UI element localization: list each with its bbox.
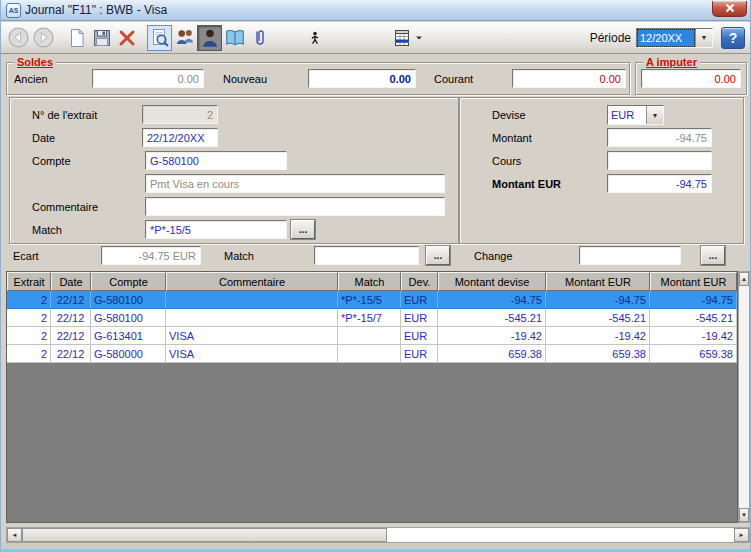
new-button[interactable] bbox=[64, 25, 89, 51]
back-button[interactable] bbox=[6, 25, 31, 51]
users-icon bbox=[174, 27, 196, 49]
column-header[interactable]: Montant EUR bbox=[650, 272, 737, 291]
user-icon bbox=[199, 27, 221, 49]
ecart-label: Ecart bbox=[13, 250, 39, 262]
ancien-field[interactable]: 0.00 bbox=[92, 69, 204, 88]
table-cell: 22/12 bbox=[51, 309, 91, 327]
table-cell: G-580100 bbox=[91, 291, 166, 309]
horizontal-scrollbar[interactable]: ◄ ► bbox=[6, 527, 750, 543]
app-icon-text: AS bbox=[9, 7, 19, 14]
chevron-down-icon[interactable]: ▼ bbox=[695, 29, 712, 47]
table-cell: EUR bbox=[401, 291, 438, 309]
cours-field[interactable] bbox=[607, 151, 712, 170]
scroll-up-icon[interactable]: ▲ bbox=[739, 272, 749, 286]
status-bar bbox=[1, 543, 750, 550]
scrollbar-track[interactable] bbox=[387, 528, 734, 542]
entry-panel-left: N° de l'extrait 2 Date 22/12/20XX Compte… bbox=[9, 97, 459, 244]
table-row[interactable]: 222/12G-613401VISAEUR-19.42-19.42-19.42 bbox=[7, 327, 737, 345]
forward-button[interactable] bbox=[31, 25, 56, 51]
table-row[interactable]: 222/12G-580000VISAEUR659.38659.38659.38 bbox=[7, 345, 737, 363]
table-row[interactable]: 222/12G-580100*P*-15/5EUR-94.75-94.75-94… bbox=[7, 291, 737, 309]
scroll-down-icon[interactable]: ▼ bbox=[739, 508, 749, 522]
delete-button[interactable] bbox=[114, 25, 139, 51]
table-cell: 659.38 bbox=[546, 345, 650, 363]
book-button[interactable] bbox=[222, 25, 247, 51]
help-button[interactable]: ? bbox=[721, 27, 745, 49]
periode-label: Période bbox=[590, 31, 631, 45]
column-header[interactable]: Match bbox=[338, 272, 401, 291]
scrollbar-thumb[interactable] bbox=[22, 528, 387, 542]
save-icon bbox=[92, 28, 112, 48]
title-bar[interactable]: AS Journal "F11" : BWB - Visa bbox=[1, 0, 750, 21]
journal-table-header: ExtraitDateCompteCommentaireMatchDev.Mon… bbox=[7, 272, 737, 291]
cours-label: Cours bbox=[492, 155, 521, 167]
devise-label: Devise bbox=[492, 109, 526, 121]
ecart-match-field[interactable] bbox=[314, 246, 419, 265]
column-header[interactable]: Montant devise bbox=[438, 272, 546, 291]
scroll-right-icon[interactable]: ► bbox=[734, 528, 749, 542]
new-document-icon bbox=[67, 28, 87, 48]
chevron-down-icon[interactable]: ▼ bbox=[646, 106, 663, 124]
user-button[interactable] bbox=[197, 25, 222, 51]
periode-combobox[interactable]: 12/20XX ▼ bbox=[636, 28, 713, 48]
table-cell: -545.21 bbox=[546, 309, 650, 327]
close-button[interactable] bbox=[712, 1, 747, 17]
table-cell: 659.38 bbox=[650, 345, 737, 363]
preview-button[interactable] bbox=[147, 25, 172, 51]
table-cell: -19.42 bbox=[546, 327, 650, 345]
column-header[interactable]: Dev. bbox=[401, 272, 438, 291]
montant-field[interactable]: -94.75 bbox=[607, 128, 712, 147]
vertical-scrollbar[interactable]: ▲ ▼ bbox=[738, 271, 750, 523]
grid-button[interactable] bbox=[389, 25, 425, 51]
paperclip-icon bbox=[250, 28, 270, 48]
montant-eur-field[interactable]: -94.75 bbox=[607, 174, 712, 193]
change-label: Change bbox=[474, 250, 513, 262]
change-browse-button[interactable]: ... bbox=[701, 246, 725, 265]
compte-name-field[interactable]: Pmt Visa en cours bbox=[145, 174, 445, 193]
table-cell: G-613401 bbox=[91, 327, 166, 345]
change-field[interactable] bbox=[579, 246, 681, 265]
table-cell: G-580100 bbox=[91, 309, 166, 327]
column-header[interactable]: Commentaire bbox=[166, 272, 338, 291]
table-cell: G-580000 bbox=[91, 345, 166, 363]
window-title: Journal "F11" : BWB - Visa bbox=[25, 3, 167, 17]
column-header[interactable]: Extrait bbox=[7, 272, 51, 291]
attachment-button[interactable] bbox=[247, 25, 272, 51]
table-cell: EUR bbox=[401, 345, 438, 363]
table-cell: -94.75 bbox=[650, 291, 737, 309]
periode-value: 12/20XX bbox=[637, 29, 695, 47]
nouveau-field[interactable]: 0.00 bbox=[308, 69, 416, 88]
courant-field[interactable]: 0.00 bbox=[512, 69, 626, 88]
date-label: Date bbox=[32, 132, 55, 144]
book-icon bbox=[224, 27, 246, 49]
imputer-field[interactable]: 0.00 bbox=[641, 69, 741, 88]
ecart-match-browse-button[interactable]: ... bbox=[426, 246, 450, 265]
nouveau-label: Nouveau bbox=[223, 73, 267, 85]
ecart-match-label: Match bbox=[224, 250, 254, 262]
commentaire-field[interactable] bbox=[145, 197, 445, 216]
compte-field[interactable]: G-580100 bbox=[145, 151, 287, 170]
person-button[interactable] bbox=[302, 25, 327, 51]
entry-panel-right: Devise EUR ▼ Montant -94.75 Cours Montan… bbox=[459, 97, 744, 244]
match-browse-button[interactable]: ... bbox=[291, 220, 315, 239]
app-window: AS Journal "F11" : BWB - Visa bbox=[0, 0, 751, 552]
date-field[interactable]: 22/12/20XX bbox=[142, 128, 218, 147]
devise-combobox[interactable]: EUR ▼ bbox=[607, 105, 664, 125]
ecart-field[interactable]: -94.75 EUR bbox=[101, 246, 201, 265]
extrait-field[interactable]: 2 bbox=[142, 105, 218, 124]
column-header[interactable]: Date bbox=[51, 272, 91, 291]
app-icon: AS bbox=[6, 3, 21, 18]
column-header[interactable]: Compte bbox=[91, 272, 166, 291]
courant-label: Courant bbox=[434, 73, 473, 85]
table-cell bbox=[338, 345, 401, 363]
users-button[interactable] bbox=[172, 25, 197, 51]
periode-group: Période 12/20XX ▼ ? bbox=[590, 27, 745, 49]
table-row[interactable]: 222/12G-580100*P*-15/7EUR-545.21-545.21-… bbox=[7, 309, 737, 327]
montant-eur-label: Montant EUR bbox=[492, 178, 561, 190]
table-cell bbox=[338, 327, 401, 345]
match-field[interactable]: *P*-15/5 bbox=[145, 220, 287, 239]
save-button[interactable] bbox=[89, 25, 114, 51]
imputer-group: A imputer 0.00 bbox=[635, 62, 747, 95]
scroll-left-icon[interactable]: ◄ bbox=[7, 528, 22, 542]
column-header[interactable]: Montant EUR bbox=[546, 272, 650, 291]
